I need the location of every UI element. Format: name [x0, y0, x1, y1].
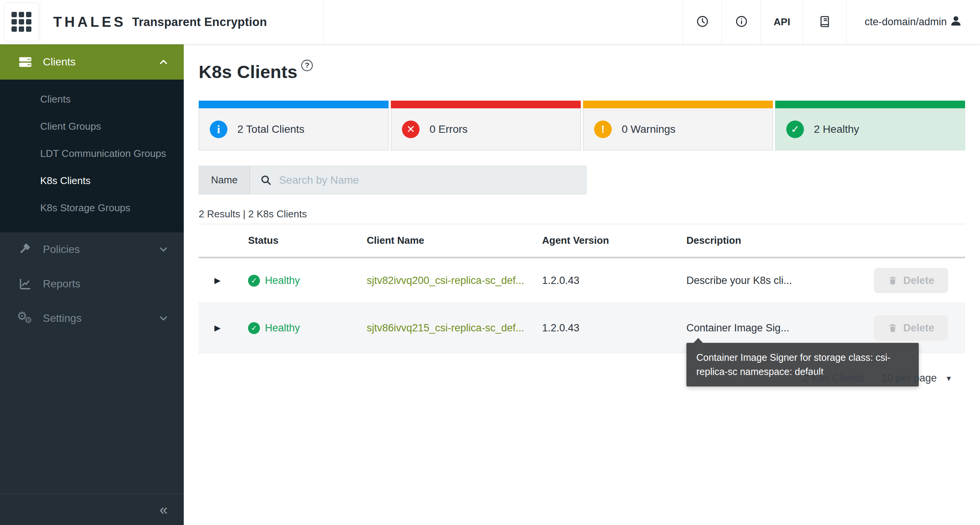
status-cell: ✓ Healthy: [248, 322, 367, 334]
delete-button[interactable]: Delete: [874, 315, 948, 341]
info-button[interactable]: [722, 0, 761, 44]
check-circle-icon: ✓: [786, 121, 804, 138]
tooltip-line: Container Image Signer for storage class…: [696, 351, 909, 365]
error-circle-icon: ✕: [402, 121, 420, 138]
sidebar-section-label: Policies: [43, 243, 80, 256]
total-clients-card[interactable]: i 2 Total Clients: [199, 101, 389, 150]
table-row: ▶ ✓ Healthy sjtv82ivvq200_csi-replica-sc…: [199, 258, 965, 303]
results-count: 2 Results | 2 K8s Clients: [199, 208, 307, 220]
gavel-icon: [17, 242, 34, 257]
collapse-sidebar-button[interactable]: «: [160, 502, 168, 517]
info-icon: [735, 15, 748, 30]
search-icon: [260, 174, 272, 186]
sidebar-section-label: Clients: [43, 56, 76, 68]
card-color-bar: [775, 101, 965, 108]
delete-button-label: Delete: [903, 275, 934, 287]
search-field: [250, 166, 586, 194]
api-label: API: [774, 16, 790, 28]
agent-version: 1.2.0.43: [542, 275, 686, 287]
sidebar-item-ldt-communication-groups[interactable]: LDT Communication Groups: [0, 140, 184, 167]
main-content: K8s Clients ? i 2 Total Clients ✕ 0 Erro…: [184, 44, 980, 525]
docs-button[interactable]: [803, 0, 846, 44]
delete-button-label: Delete: [903, 322, 934, 334]
client-name-link[interactable]: sjtv86ivvq215_csi-replica-sc_def...: [367, 322, 524, 334]
sidebar-item-clients[interactable]: Clients: [0, 86, 184, 113]
sidebar-section-clients[interactable]: Clients: [0, 44, 184, 80]
history-button[interactable]: [683, 0, 722, 44]
clock-icon: [696, 15, 709, 30]
sidebar-footer: «: [0, 494, 184, 525]
column-header-agent-version[interactable]: Agent Version: [542, 235, 686, 246]
page-title-row: K8s Clients ?: [199, 61, 313, 82]
chevron-up-icon: [158, 56, 169, 68]
caret-down-icon: ▾: [947, 373, 951, 383]
sidebar-section-policies[interactable]: Policies: [0, 232, 184, 267]
search-input[interactable]: [279, 174, 586, 186]
card-label: 0 Warnings: [622, 123, 676, 135]
description-cell: Describe your K8s cli...: [686, 275, 874, 287]
card-label: 0 Errors: [430, 123, 468, 135]
warnings-card[interactable]: ! 0 Warnings: [583, 101, 773, 150]
expand-row-button[interactable]: ▶: [199, 276, 248, 285]
sidebar-section-label: Settings: [43, 312, 82, 324]
status-cell: ✓ Healthy: [248, 275, 367, 287]
sidebar-item-client-groups[interactable]: Client Groups: [0, 113, 184, 140]
delete-button[interactable]: Delete: [874, 268, 948, 293]
card-color-bar: [583, 101, 773, 108]
top-header: THALES Transparent Encryption API: [0, 0, 980, 44]
sidebar: Clients Clients Client Groups LDT Commun…: [0, 44, 184, 525]
sidebar-section-label: Reports: [43, 278, 80, 290]
clients-submenu: Clients Client Groups LDT Communication …: [0, 80, 184, 232]
pagination-bar: 2 K8s Clients 10 per page ▾: [803, 372, 951, 384]
description-cell: Container Image Sig...: [686, 322, 874, 334]
column-header-status[interactable]: Status: [248, 235, 367, 246]
chevron-down-icon: [158, 313, 169, 324]
search-field-selector[interactable]: Name: [199, 166, 250, 194]
chevron-down-icon: [158, 244, 169, 255]
help-icon[interactable]: ?: [301, 60, 313, 71]
user-label: cte-domain/admin: [865, 16, 947, 28]
app-switcher-button[interactable]: [4, 2, 39, 41]
column-header-client-name[interactable]: Client Name: [367, 235, 542, 246]
product-title: Transparent Encryption: [132, 15, 267, 29]
page-title: K8s Clients: [199, 61, 297, 82]
sidebar-section-reports[interactable]: Reports: [0, 267, 184, 301]
sidebar-item-k8s-storage-groups[interactable]: K8s Storage Groups: [0, 194, 184, 222]
column-header-description[interactable]: Description: [686, 235, 874, 246]
card-label: 2 Total Clients: [237, 123, 304, 135]
card-color-bar: [391, 101, 581, 108]
expand-row-button[interactable]: ▶: [199, 323, 248, 333]
user-icon: [950, 15, 962, 29]
trash-icon: [888, 323, 898, 333]
k8s-clients-table: Status Client Name Agent Version Descrip…: [199, 224, 965, 353]
grid-icon: [11, 12, 31, 32]
per-page-label: 10 per page: [882, 372, 937, 384]
info-circle-icon: i: [210, 121, 227, 138]
user-menu[interactable]: cte-domain/admin: [846, 0, 980, 44]
card-label: 2 Healthy: [814, 123, 859, 135]
brand-area: THALES Transparent Encryption: [40, 0, 323, 44]
thales-logo: THALES: [53, 14, 126, 30]
trash-icon: [888, 276, 898, 285]
healthy-card[interactable]: ✓ 2 Healthy: [775, 101, 965, 150]
search-bar: Name: [199, 166, 586, 194]
sidebar-section-settings[interactable]: ⚙⚙ Settings: [0, 301, 184, 336]
status-badge: Healthy: [265, 322, 300, 334]
table-header-row: Status Client Name Agent Version Descrip…: [199, 224, 965, 258]
warning-circle-icon: !: [594, 121, 612, 138]
client-name-link[interactable]: sjtv82ivvq200_csi-replica-sc_def...: [367, 275, 524, 286]
chart-icon: [17, 276, 34, 292]
errors-card[interactable]: ✕ 0 Errors: [391, 101, 581, 150]
healthy-check-icon: ✓: [248, 322, 260, 334]
api-button[interactable]: API: [761, 0, 803, 44]
clients-server-icon: [17, 54, 34, 70]
pagination-count: 2 K8s Clients: [803, 372, 864, 384]
sidebar-item-k8s-clients[interactable]: K8s Clients: [0, 167, 184, 194]
healthy-check-icon: ✓: [248, 275, 260, 287]
status-badge: Healthy: [265, 275, 300, 287]
card-color-bar: [199, 101, 389, 108]
book-icon: [818, 15, 832, 30]
agent-version: 1.2.0.43: [542, 322, 686, 334]
per-page-dropdown[interactable]: 10 per page ▾: [882, 372, 951, 384]
status-summary-cards: i 2 Total Clients ✕ 0 Errors ! 0 Warning…: [199, 101, 965, 150]
